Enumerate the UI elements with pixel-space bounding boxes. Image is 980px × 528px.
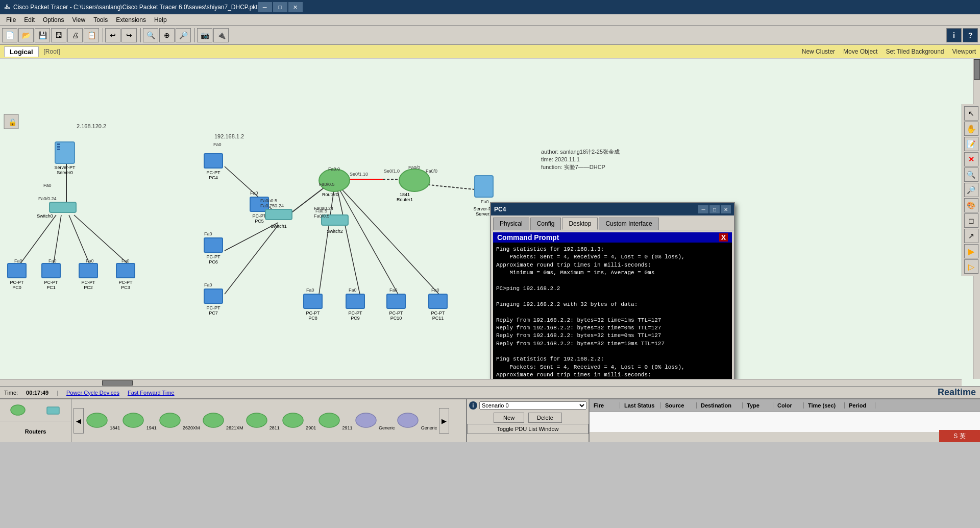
svg-line-9	[288, 182, 332, 215]
command-prompt-label: Command Prompt	[497, 233, 559, 242]
svg-text:PC6: PC6	[209, 259, 218, 265]
new-file-button[interactable]: 📄	[2, 28, 17, 42]
info-button[interactable]: i	[946, 28, 962, 42]
viewport-btn[interactable]: Viewport	[952, 48, 976, 55]
router-2621xm-icon[interactable]: 2621XM	[202, 411, 243, 431]
logical-tab[interactable]: Logical	[4, 46, 39, 57]
delete-tool[interactable]: ✕	[964, 152, 978, 166]
pc4-minimize-btn[interactable]: ─	[698, 205, 708, 213]
menu-view[interactable]: View	[68, 15, 89, 25]
window-controls: ─ □ ✕	[258, 2, 303, 12]
svg-text:Fa0: Fa0	[14, 258, 22, 263]
zoom-custom-button[interactable]: ⊕	[159, 28, 175, 42]
draw-tool-1[interactable]: ◻	[964, 213, 978, 228]
router-2901-icon[interactable]: 2901	[282, 411, 316, 431]
help-button-tb[interactable]: ?	[963, 28, 978, 42]
toggle-pdu-btn[interactable]: Toggle PDU List Window	[467, 424, 589, 434]
svg-rect-93	[387, 294, 405, 308]
router-2911-icon[interactable]: 2911	[318, 411, 352, 431]
note-tool[interactable]: 📝	[964, 137, 978, 151]
tab-desktop[interactable]: Desktop	[562, 218, 598, 230]
router-1841-icon[interactable]: 1841	[86, 411, 120, 431]
print-button[interactable]: 🖨	[67, 28, 83, 42]
device-icons-panel: ◀ 1841 1941 2620XM 2621XM 2811 2901	[71, 399, 466, 442]
menu-extensions[interactable]: Extensions	[112, 15, 150, 25]
logic-bar: Logical [Root] New Cluster Move Object S…	[0, 45, 980, 59]
zoom-in-tool[interactable]: 🔍	[964, 167, 978, 182]
router-2811-icon[interactable]: 2811	[246, 411, 280, 431]
switch-category-btn[interactable]	[36, 399, 71, 421]
scenario-panel: i Scenario 0 New Delete Toggle PDU List …	[466, 399, 589, 442]
draw-tool-2[interactable]: ↗	[964, 229, 978, 243]
new-cluster-btn[interactable]: New Cluster	[802, 48, 835, 55]
svg-point-115	[356, 413, 376, 427]
undo-button[interactable]: ↩	[105, 28, 120, 42]
zoom-out-tool[interactable]: 🔎	[964, 183, 978, 197]
router-category-btn[interactable]	[0, 399, 36, 421]
svg-line-3	[69, 215, 89, 263]
set-tiled-bg-btn[interactable]: Set Tiled Background	[886, 48, 944, 55]
save-as-button[interactable]: 🖫	[51, 28, 66, 42]
tab-physical[interactable]: Physical	[493, 218, 529, 230]
svg-point-110	[160, 413, 180, 427]
col-last-status: Last Status	[620, 402, 661, 409]
delete-scenario-btn[interactable]: Delete	[528, 413, 562, 423]
palette-tool[interactable]: 🎨	[964, 198, 978, 212]
tab-config[interactable]: Config	[530, 218, 561, 230]
horizontal-scrollbar[interactable]	[0, 379, 962, 386]
router-2620xm-icon[interactable]: 2620XM	[159, 411, 200, 431]
fast-forward-btn[interactable]: Fast Forward Time	[128, 390, 175, 396]
col-destination: Destination	[697, 402, 743, 409]
menu-edit[interactable]: Edit	[20, 15, 39, 25]
custom-rt-1[interactable]: ▶	[964, 244, 978, 258]
svg-line-1	[20, 215, 56, 263]
zoom-out-button[interactable]: 🔎	[176, 28, 191, 42]
svg-rect-17	[55, 142, 75, 163]
svg-text:🔒: 🔒	[8, 118, 17, 127]
zoom-in-button[interactable]: 🔍	[143, 28, 158, 42]
open-file-button[interactable]: 📂	[18, 28, 34, 42]
svg-text:2.168.120.2: 2.168.120.2	[77, 123, 106, 129]
svg-point-65	[319, 169, 350, 191]
svg-text:Fa0/0: Fa0/0	[408, 165, 420, 170]
custom-rt-2[interactable]: ▷	[964, 259, 978, 274]
save-button[interactable]: 💾	[35, 28, 50, 42]
minimize-button[interactable]: ─	[258, 2, 272, 12]
pc4-window: PC4 ─ □ ✕ Physical Config Desktop Custom…	[490, 202, 735, 379]
menu-help[interactable]: Help	[150, 15, 171, 25]
command-prompt-body[interactable]: Ping statistics for 192.168.1.3: Packets…	[493, 243, 732, 379]
svg-text:PC-PT: PC-PT	[253, 213, 267, 219]
menu-file[interactable]: File	[2, 15, 20, 25]
move-tool[interactable]: ✋	[964, 122, 978, 136]
svg-text:Router0: Router0	[322, 192, 338, 197]
router-generic-1-icon[interactable]: Generic	[355, 411, 395, 431]
pc4-close-btn[interactable]: ✕	[721, 205, 731, 213]
close-button[interactable]: ✕	[288, 2, 303, 12]
router-1941-icon[interactable]: 1941	[122, 411, 156, 431]
print-preview-button[interactable]: 📋	[84, 28, 99, 42]
command-prompt-close[interactable]: X	[719, 233, 728, 242]
custom-tool-2[interactable]: 🔌	[213, 28, 229, 42]
menu-tools[interactable]: Tools	[89, 15, 112, 25]
breadcrumb: [Root]	[44, 48, 60, 55]
move-object-btn[interactable]: Move Object	[843, 48, 877, 55]
svg-rect-45	[204, 154, 223, 168]
device-scroll-left[interactable]: ◀	[74, 408, 84, 434]
new-scenario-btn[interactable]: New	[494, 413, 524, 423]
router-generic-2-icon[interactable]: Generic	[397, 411, 437, 431]
ime-indicator[interactable]: S 英	[939, 430, 980, 442]
power-cycle-btn[interactable]: Power Cycle Devices	[66, 390, 119, 396]
svg-rect-18	[57, 143, 60, 145]
device-scroll-right[interactable]: ▶	[439, 408, 449, 434]
scenario-select[interactable]: Scenario 0	[479, 401, 586, 410]
pc4-maximize-btn[interactable]: □	[709, 205, 720, 213]
svg-text:PC-PT: PC-PT	[349, 310, 363, 316]
redo-button[interactable]: ↪	[121, 28, 137, 42]
tab-custom-interface[interactable]: Custom Interface	[599, 218, 658, 230]
maximize-button[interactable]: □	[273, 2, 287, 12]
select-tool[interactable]: ↖	[964, 106, 978, 121]
ime-icon: S 英	[953, 432, 965, 441]
svg-text:Fa0/0.5: Fa0/0.5	[314, 213, 330, 219]
custom-tool-1[interactable]: 📷	[197, 28, 212, 42]
menu-options[interactable]: Options	[39, 15, 68, 25]
